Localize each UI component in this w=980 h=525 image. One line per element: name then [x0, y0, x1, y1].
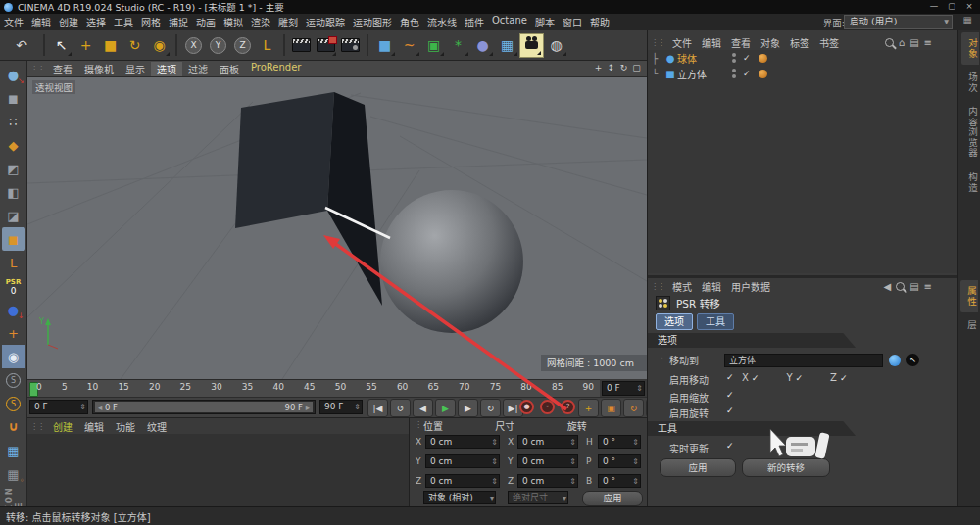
object-type-icon[interactable]: ■ [663, 69, 677, 79]
toolbar-icon[interactable] [367, 34, 368, 56]
live-selection-icon[interactable]: ↖ [49, 33, 74, 58]
rotation-field[interactable]: 0 °⇕ [598, 454, 641, 468]
close-button[interactable]: × [960, 0, 978, 13]
tab-takes[interactable]: 场次 [961, 67, 979, 99]
visibility-dots-icon[interactable] [732, 69, 737, 78]
rotation-field[interactable]: 0 °⇕ [598, 435, 641, 449]
object-row-cube[interactable]: └ ■ 立方体 ✓ [652, 66, 962, 81]
panel-grip-icon[interactable]: ⋮⋮ [27, 422, 47, 431]
add-primitive-cube-icon[interactable]: ■ [372, 33, 397, 58]
fields-icon[interactable]: ● [470, 33, 495, 58]
render-settings-icon[interactable] [338, 33, 363, 58]
material-menu-texture[interactable]: 纹理 [141, 419, 172, 434]
scale-tool-icon[interactable]: ■ [98, 33, 122, 58]
menubar-item[interactable]: 选择 [82, 15, 110, 29]
render-view-icon[interactable] [289, 33, 314, 58]
undo-icon[interactable]: ↶ [4, 33, 39, 58]
minimize-button[interactable]: — [925, 0, 943, 13]
current-frame-field[interactable]: 0 F⇕ [602, 381, 645, 396]
range-start-field[interactable]: 0 F⇕ [29, 400, 88, 414]
points-mode-icon[interactable]: ◩ [2, 157, 25, 180]
search-icon[interactable] [885, 38, 894, 47]
size-field[interactable]: 0 cm⇕ [517, 474, 578, 488]
viewport-menu-filter[interactable]: 过滤 [182, 62, 214, 76]
prev-key-button[interactable]: ↺ [390, 399, 411, 417]
size-field[interactable]: 0 cm⇕ [517, 435, 578, 449]
enabled-check-icon[interactable]: ✓ [743, 69, 751, 78]
viewport-menu-view[interactable]: 查看 [47, 62, 78, 76]
om-menu-item[interactable]: 书签 [814, 35, 844, 50]
tab-objects[interactable]: 对象 [961, 32, 979, 65]
coords-mode-dropdown[interactable]: 对象 (相对)▾ [423, 491, 496, 504]
menubar-item[interactable]: 模拟 [220, 15, 247, 29]
viewport-menu-camera[interactable]: 摄像机 [78, 62, 120, 76]
tab-attributes[interactable]: 属性 [960, 280, 978, 312]
next-frame-button[interactable]: ▶ [458, 399, 478, 417]
object-tree[interactable]: ├ ● 球体 ✓ └ ■ 立方体 ✓ [648, 50, 958, 273]
rotate-tool-icon[interactable]: ↻ [122, 33, 147, 58]
om-menu-item[interactable]: 文件 [667, 35, 697, 50]
realtime-checkbox[interactable]: ✓ [726, 441, 734, 451]
enable-scale-checkbox[interactable]: ✓ [726, 390, 734, 400]
light-icon[interactable]: ◍ [544, 33, 568, 58]
key-position-toggle[interactable]: + [578, 399, 599, 417]
prev-frame-button[interactable]: ◀ [413, 399, 433, 417]
toggle-view-icon[interactable]: ▢ [630, 62, 643, 74]
menubar-item[interactable]: 文件 [0, 15, 27, 29]
phong-tag-icon[interactable] [759, 70, 767, 78]
menubar-item[interactable]: 渲染 [247, 15, 274, 29]
workplane-grid-icon[interactable]: ▦ [2, 439, 25, 462]
cube-object-left-face[interactable] [235, 92, 334, 228]
panel-grip-icon[interactable]: ⋮⋮ [648, 282, 667, 291]
enable-move-checkbox[interactable]: ✓ [726, 372, 734, 382]
model-mode-icon[interactable]: ◼ [2, 86, 25, 110]
position-field[interactable]: 0 cm⇕ [425, 454, 500, 468]
new-transfer-button[interactable]: 新的转移 [742, 458, 830, 477]
coord-transfer-icon[interactable]: ●↓ [2, 298, 25, 321]
enabled-check-icon[interactable]: ✓ [743, 53, 751, 63]
filter-icon[interactable]: ▤ [909, 281, 918, 292]
viewport-menu-prorender[interactable]: ProRender [245, 62, 307, 76]
rotate-view-icon[interactable]: ↻ [617, 62, 630, 74]
tab-tool[interactable]: 工具 [697, 313, 734, 330]
move-to-field[interactable]: 立方体 [724, 354, 883, 367]
move-tool-icon[interactable]: + [74, 33, 98, 58]
material-menu-function[interactable]: 功能 [110, 419, 141, 434]
linked-object-icon[interactable] [889, 355, 901, 366]
psr-tool-badge[interactable]: PSR0 [2, 274, 25, 298]
record-keyframe-button[interactable]: ● [517, 399, 536, 415]
panel-grip-icon[interactable]: ⋮⋮ [27, 65, 47, 73]
view-label[interactable]: 透视视图 [32, 80, 75, 94]
menubar-item[interactable]: 创建 [55, 15, 82, 29]
lock-y-axis-icon[interactable]: Y [206, 33, 230, 58]
keyframe-selection-button[interactable]: ? [559, 399, 577, 415]
menubar-item[interactable]: 编辑 [27, 15, 55, 29]
position-field[interactable]: 0 cm⇕ [425, 474, 500, 488]
rotation-field[interactable]: 0 °⇕ [598, 474, 641, 488]
workplane-mode-icon[interactable]: ◆ [2, 133, 25, 157]
enable-axis-icon[interactable]: L [2, 251, 25, 274]
menubar-item[interactable]: 帮助 [586, 15, 613, 29]
visibility-dots-icon[interactable] [732, 53, 737, 63]
panel-grip-icon[interactable]: ⋮⋮ [648, 38, 667, 47]
generators-icon[interactable]: ▣ [421, 33, 446, 58]
search-icon[interactable] [896, 282, 905, 291]
solo-off-icon[interactable]: S [2, 368, 25, 392]
om-menu-item[interactable]: 对象 [756, 35, 785, 50]
menubar-item[interactable]: 插件 [461, 15, 488, 29]
maximize-button[interactable]: ▢ [943, 0, 960, 13]
material-list-area[interactable] [27, 434, 409, 506]
viewport-menu-options[interactable]: 选项 [151, 62, 182, 76]
size-field[interactable]: 0 cm⇕ [517, 454, 578, 468]
timeline-ruler[interactable]: 051015202530354045505560657075808590 [27, 379, 600, 397]
lock-z-axis-icon[interactable]: Z [230, 33, 255, 58]
key-rotation-toggle[interactable]: ↻ [623, 399, 644, 417]
transfer-tool-icon[interactable]: ●↘ [2, 63, 25, 86]
polygons-mode-icon[interactable]: ◪ [2, 204, 25, 227]
menubar-item[interactable]: 动画 [192, 15, 220, 29]
om-menu-item[interactable]: 查看 [726, 35, 756, 50]
tab-structure[interactable]: 构造 [961, 167, 979, 199]
axis-checkbox[interactable]: X✓ [742, 372, 759, 383]
toolbar-icon[interactable] [175, 34, 177, 56]
phong-tag-icon[interactable] [759, 54, 767, 63]
